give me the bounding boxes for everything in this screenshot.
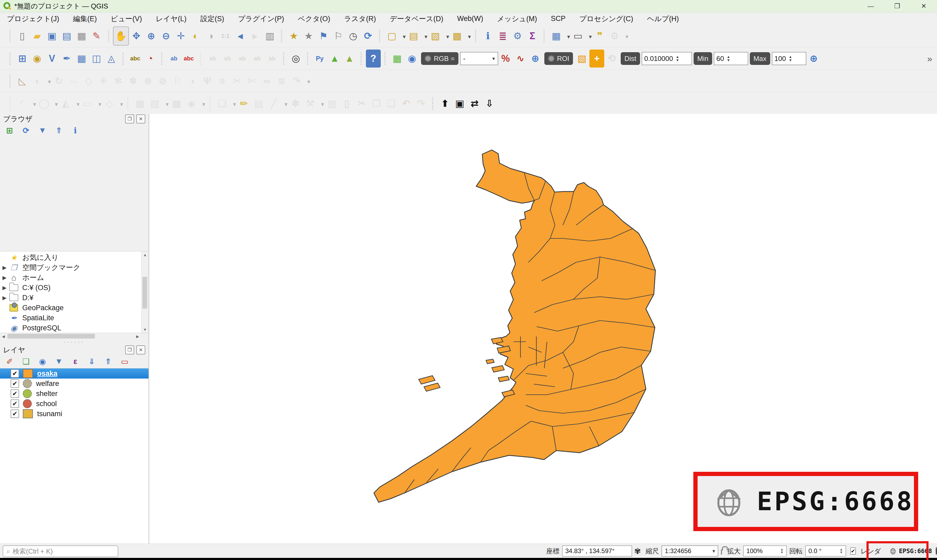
scroll-left-icon[interactable]: ◀: [0, 333, 7, 340]
layer-row-osaka[interactable]: ✔ osaka: [0, 368, 148, 378]
layer-row-shelter[interactable]: ✔ shelter: [0, 389, 148, 398]
spinner-arrows-icon[interactable]: ▲▼: [840, 548, 843, 554]
layers-float-icon[interactable]: ❐: [125, 345, 134, 354]
data-source-manager-icon[interactable]: ⊞: [15, 49, 30, 68]
locator-search-input[interactable]: ⌕ 検索(Ctrl + K): [3, 545, 118, 557]
add-wms-layer-icon[interactable]: ◉: [30, 49, 45, 68]
osm-place-search-icon[interactable]: ◎: [289, 49, 303, 68]
menu-processing[interactable]: プロセシング(C): [573, 12, 640, 25]
menu-edit[interactable]: 編集(E): [66, 12, 103, 25]
browser-add-layer-icon[interactable]: ⊞: [4, 125, 15, 135]
attribute-table-icon[interactable]: ▦: [549, 27, 564, 45]
bookmark-manager-icon[interactable]: ⚐: [331, 27, 346, 45]
menu-mesh[interactable]: メッシュ(M): [490, 12, 544, 25]
layer-visibility-checkbox[interactable]: ✔: [11, 400, 19, 408]
pin-labels-icon[interactable]: ab: [167, 49, 181, 68]
scp-max-spinbox[interactable]: 100▲▼: [772, 52, 806, 65]
new-map-view-icon[interactable]: ▥: [262, 27, 277, 45]
render-checkbox[interactable]: ✔: [850, 547, 856, 555]
scp-std-stretch-icon[interactable]: ∿: [513, 49, 528, 68]
expand-arrow-icon[interactable]: ▶: [0, 295, 9, 301]
layer-labeling-icon[interactable]: abc: [128, 49, 143, 68]
browser-vertical-scrollbar[interactable]: ▲ ▼: [141, 251, 148, 333]
browser-item-home[interactable]: ▶ ⌂ ホーム: [0, 272, 141, 283]
scroll-up-icon[interactable]: ▲: [142, 251, 148, 258]
expand-arrow-icon[interactable]: ▶: [0, 265, 9, 271]
menu-layer[interactable]: レイヤ(L): [149, 12, 193, 25]
deselect-features-icon[interactable]: ▧: [428, 27, 443, 45]
spinner-arrows-icon[interactable]: ▲▼: [780, 548, 784, 554]
spinner-arrows-icon[interactable]: ▲▼: [789, 55, 792, 62]
browser-item-d-drive[interactable]: ▶ D:¥: [0, 293, 141, 303]
bay-islands-polygons[interactable]: [419, 337, 515, 397]
measure-icon[interactable]: ▭: [571, 27, 585, 45]
new-spatial-bookmark-icon[interactable]: ★: [286, 27, 301, 45]
layer-diagram-icon[interactable]: ◔: [143, 49, 157, 68]
select-features-icon[interactable]: ▢: [384, 27, 399, 45]
swap-arrows-icon[interactable]: ⇄: [467, 95, 482, 112]
style-manager-icon[interactable]: ✎: [89, 27, 104, 45]
scp-add-roi-icon[interactable]: +: [590, 49, 604, 68]
maximize-button[interactable]: ❐: [884, 0, 911, 12]
menu-plugins[interactable]: プラグイン(P): [231, 12, 291, 25]
map-canvas[interactable]: EPSG:6668: [149, 114, 937, 543]
spinner-arrows-icon[interactable]: ▲▼: [727, 55, 730, 62]
temporal-controller-icon[interactable]: ◷: [346, 27, 361, 45]
scp-cut-roi-icon[interactable]: ▧: [574, 49, 590, 68]
scp-dist-spinbox[interactable]: 0.010000▲▼: [642, 52, 692, 65]
browser-item-c-drive[interactable]: ▶ C:¥ (OS): [0, 283, 141, 293]
scp-rgb-combo[interactable]: -▾: [460, 52, 498, 65]
layer-visibility-checkbox[interactable]: ✔: [11, 409, 19, 418]
rotation-spinbox[interactable]: 0.0 °▲▼: [805, 545, 846, 557]
scp-rgb-radio[interactable]: [425, 55, 431, 62]
menu-raster[interactable]: ラスタ(R): [337, 12, 383, 25]
show-spatial-bookmarks-icon[interactable]: ★: [301, 27, 316, 45]
browser-item-favorites[interactable]: ★ お気に入り: [0, 252, 141, 263]
new-mesh-layer-icon[interactable]: ◬: [104, 49, 119, 68]
filter-legend-icon[interactable]: ▼: [54, 356, 64, 367]
menu-vector[interactable]: ベクタ(O): [291, 12, 337, 25]
zoom-to-layer-icon[interactable]: ◑: [203, 27, 218, 45]
zoom-to-selection-icon[interactable]: ◐: [188, 27, 203, 45]
layer-visibility-checkbox[interactable]: ✔: [11, 379, 19, 388]
magnifier-spinbox[interactable]: 100%▲▼: [743, 545, 787, 557]
save-project-icon[interactable]: ▣: [45, 27, 59, 45]
messages-icon[interactable]: [935, 547, 937, 555]
expand-arrow-icon[interactable]: ▶: [0, 285, 9, 291]
open-project-icon[interactable]: ▰: [30, 27, 45, 45]
refresh-map-icon[interactable]: ⟳: [361, 27, 375, 45]
pan-to-selection-icon[interactable]: ✥: [129, 27, 144, 45]
highlight-pinned-labels-icon[interactable]: abc: [181, 49, 196, 68]
map-tips-icon[interactable]: ❞: [592, 27, 607, 45]
help-contents-icon[interactable]: ?: [366, 49, 381, 68]
menu-view[interactable]: ビュー(V): [103, 12, 149, 25]
scp-roi-create-icon[interactable]: ▦: [390, 49, 404, 68]
new-spatialite-layer-icon[interactable]: ✒: [59, 49, 74, 68]
coordinate-input[interactable]: 34.83° , 134.597°: [562, 545, 632, 557]
scp-pointer-zoom-icon[interactable]: ⊕: [806, 49, 821, 68]
bookmark-layer-icon[interactable]: ⚑: [316, 27, 331, 45]
layer-row-tsunami[interactable]: ✔ tsunami: [0, 409, 148, 419]
new-print-layout-icon[interactable]: ▤: [59, 27, 74, 45]
scp-spectral-plot-icon[interactable]: ▲: [342, 49, 357, 68]
scp-cumulative-stretch-icon[interactable]: %: [498, 49, 513, 68]
close-button[interactable]: ✕: [911, 0, 937, 12]
scp-zoom-stretch-icon[interactable]: ⊕: [528, 49, 543, 68]
minimize-button[interactable]: —: [857, 0, 884, 12]
crs-status-button[interactable]: EPSG:6668: [889, 547, 932, 555]
scroll-down-icon[interactable]: ▼: [142, 326, 148, 333]
browser-float-icon[interactable]: ❐: [125, 114, 134, 123]
browser-filter-icon[interactable]: ▼: [37, 125, 48, 135]
download-icon[interactable]: ⇩: [482, 95, 497, 112]
layer-visibility-checkbox[interactable]: ✔: [11, 389, 19, 398]
image-select-icon[interactable]: ▣: [452, 95, 467, 112]
new-virtual-layer-icon[interactable]: ◫: [89, 49, 104, 68]
scrollbar-thumb[interactable]: [8, 334, 95, 338]
zoom-in-icon[interactable]: ⊕: [144, 27, 159, 45]
scp-min-spinbox[interactable]: 60▲▼: [714, 52, 748, 65]
expand-all-icon[interactable]: ⇓: [86, 356, 97, 367]
panel-splitter[interactable]: ······: [0, 340, 148, 345]
scp-stretch-icon[interactable]: ◉: [404, 49, 420, 68]
advanced-digitizing-icon[interactable]: ◺: [15, 72, 30, 90]
layer-styling-icon[interactable]: ✐: [4, 356, 15, 367]
